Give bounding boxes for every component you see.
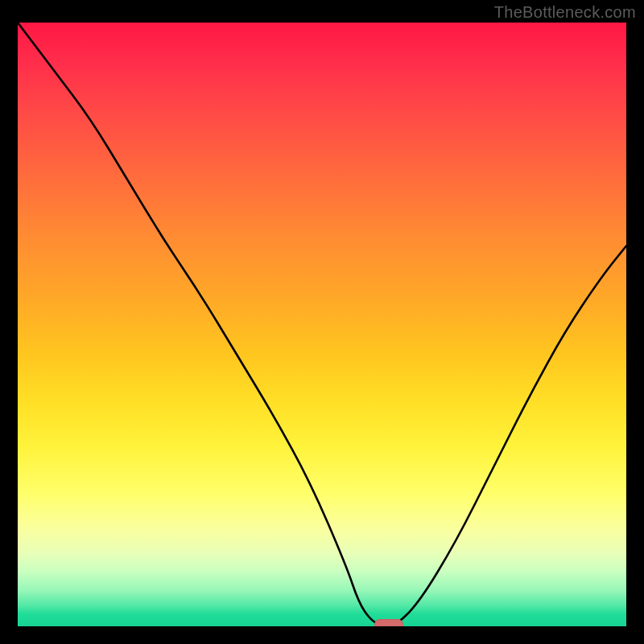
- optimum-marker: [374, 619, 403, 626]
- bottleneck-curve: [18, 23, 626, 626]
- watermark-text: TheBottleneck.com: [494, 3, 636, 22]
- plot-area: [18, 23, 626, 626]
- chart-frame: TheBottleneck.com: [0, 0, 644, 644]
